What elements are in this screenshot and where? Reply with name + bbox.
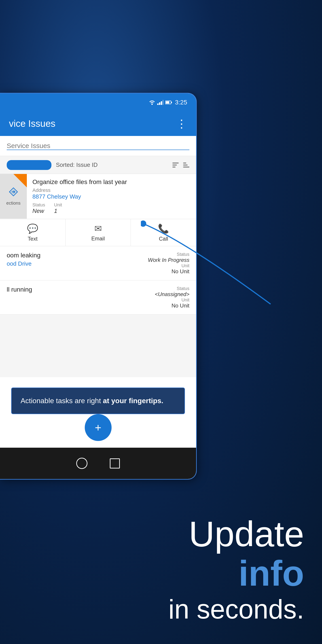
status-bar: 3:25 xyxy=(0,94,196,111)
issue-content: Organize office files from last year Add… xyxy=(27,174,196,219)
filter-bar: Sorted: Issue ID xyxy=(0,156,196,174)
search-input[interactable] xyxy=(7,142,190,150)
svg-rect-6 xyxy=(171,102,172,103)
nav-home-button[interactable] xyxy=(76,458,88,469)
status-label: Status xyxy=(32,202,45,208)
update-label: Update xyxy=(168,514,304,554)
header-menu-button[interactable]: ⋮ xyxy=(176,117,187,130)
svg-rect-7 xyxy=(166,101,169,104)
filter-icons xyxy=(172,162,190,168)
battery-icon xyxy=(165,100,172,104)
issue-item-2-address: ood Drive xyxy=(7,260,140,267)
svg-point-0 xyxy=(152,104,153,105)
email-icon: ✉ xyxy=(94,224,102,234)
info-label: info xyxy=(168,554,304,593)
issue-meta: Status New Unit 1 xyxy=(32,202,190,214)
unit-value: 1 xyxy=(54,208,62,214)
svg-rect-4 xyxy=(162,100,164,105)
issue-address-label: Address xyxy=(32,188,190,193)
issue-item-2-content: oom leaking ood Drive xyxy=(7,252,140,274)
text-label: Text xyxy=(28,236,38,242)
unit-label: Unit xyxy=(54,202,62,208)
svg-rect-3 xyxy=(161,101,162,105)
nav-back-button[interactable] xyxy=(110,458,120,468)
tooltip-box: Actionable tasks are right at your finge… xyxy=(11,388,185,414)
text-icon: 💬 xyxy=(27,224,38,234)
text-button[interactable]: 💬 Text xyxy=(0,219,66,246)
sorted-text: Sorted: Issue ID xyxy=(56,162,168,168)
callout-line xyxy=(141,219,275,308)
issue-item-2-title: oom leaking xyxy=(7,252,140,259)
status-icons xyxy=(149,100,172,105)
status-value: New xyxy=(32,208,45,214)
directions-icon xyxy=(8,187,18,199)
sort-desc-icon[interactable] xyxy=(183,162,190,168)
fab-button[interactable]: + xyxy=(85,414,112,441)
svg-rect-2 xyxy=(159,102,160,105)
email-button[interactable]: ✉ Email xyxy=(66,219,131,246)
wifi-icon xyxy=(149,100,156,105)
right-content: Update info in seconds. xyxy=(168,514,304,625)
nav-bar xyxy=(0,448,196,479)
filter-button[interactable] xyxy=(7,160,52,170)
empty-area xyxy=(0,314,196,377)
signal-icon xyxy=(157,100,164,105)
directions-label: ections xyxy=(6,200,20,206)
seconds-label: in seconds. xyxy=(168,593,304,625)
svg-rect-1 xyxy=(157,104,158,105)
issue-item-3-title: ll running xyxy=(7,286,140,293)
app-title: vice Issues xyxy=(9,118,56,129)
issue-left-panel: ections xyxy=(0,174,27,219)
tooltip-text: Actionable tasks are right at your finge… xyxy=(20,396,176,406)
issue-item-3-content: ll running xyxy=(7,286,140,309)
status-time: 3:25 xyxy=(175,99,188,106)
email-label: Email xyxy=(92,236,105,242)
issue-title: Organize office files from last year xyxy=(32,178,190,186)
search-bar xyxy=(0,136,196,156)
fab-icon: + xyxy=(95,421,101,434)
app-header: vice Issues ⋮ xyxy=(0,111,196,136)
orange-corner-badge xyxy=(14,174,27,188)
sort-asc-icon[interactable] xyxy=(172,162,179,168)
issue-address: 8877 Chelsey Way xyxy=(32,193,190,200)
